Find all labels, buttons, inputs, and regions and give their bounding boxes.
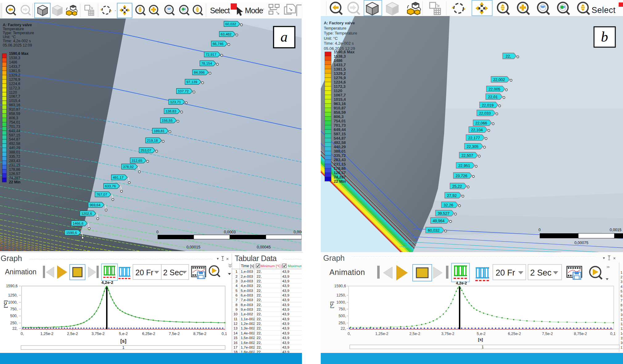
svg-text:312,65: 312,65	[131, 159, 142, 162]
svg-text:910,87: 910,87	[9, 107, 20, 112]
svg-text:3,75e-2: 3,75e-2	[92, 332, 105, 336]
svg-text:11: 11	[621, 317, 623, 321]
svg-text:1,2e-002: 1,2e-002	[241, 321, 255, 326]
svg-text:13: 13	[621, 327, 623, 330]
svg-text:1,25e-2: 1,25e-2	[40, 332, 53, 336]
svg-text:910,87: 910,87	[334, 106, 346, 110]
svg-text:22,177: 22,177	[468, 136, 480, 140]
svg-text:1250,: 1250,	[8, 293, 18, 297]
svg-text:189,81: 189,81	[154, 129, 164, 133]
svg-text:Mode: Mode	[245, 6, 263, 15]
svg-text:5: 5	[621, 289, 622, 293]
svg-text:1486: 1486	[334, 58, 342, 63]
svg-text:544,87: 544,87	[334, 136, 346, 141]
svg-text:66,746: 66,746	[212, 42, 223, 46]
svg-text:60,032: 60,032	[428, 228, 439, 233]
svg-text:1172,3: 1172,3	[9, 86, 20, 90]
svg-text:1,1e-002: 1,1e-002	[241, 317, 255, 321]
svg-text:3: 3	[621, 280, 622, 284]
svg-text:-: -	[115, 8, 116, 13]
svg-text:491,17: 491,17	[113, 176, 123, 179]
svg-text:[s]: [s]	[478, 337, 483, 342]
svg-text:858,59: 858,59	[9, 112, 20, 116]
svg-text:23,726: 23,726	[456, 174, 467, 178]
svg-text:1433,7: 1433,7	[334, 63, 346, 67]
svg-text:4,2e-2: 4,2e-2	[456, 281, 467, 285]
svg-text:500,: 500,	[10, 314, 18, 318]
svg-text:22,: 22,	[257, 303, 262, 307]
svg-text:20 Fr: 20 Fr	[496, 268, 515, 277]
svg-text:1538,3: 1538,3	[334, 54, 346, 59]
svg-text:Time [s]: Time [s]	[241, 264, 254, 268]
svg-text:1120: 1120	[334, 88, 342, 93]
svg-text:5,e-2: 5,e-2	[477, 332, 486, 336]
svg-text:6,25e-2: 6,25e-2	[508, 332, 521, 336]
svg-text:05.06.2025 12:09: 05.06.2025 12:09	[3, 43, 32, 47]
svg-text:0,1: 0,1	[610, 332, 616, 336]
svg-text:6: 6	[621, 294, 622, 298]
svg-text:22,: 22,	[257, 288, 262, 293]
svg-text:544,87: 544,87	[9, 137, 20, 141]
svg-text:a: a	[281, 29, 288, 45]
svg-text:22,: 22,	[257, 269, 262, 274]
svg-text:22,005: 22,005	[489, 87, 500, 92]
svg-text:[°C]: [°C]	[330, 302, 334, 308]
svg-text:43,9: 43,9	[282, 331, 289, 335]
svg-text:107,72: 107,72	[178, 89, 188, 93]
svg-text:335,72: 335,72	[9, 154, 20, 159]
svg-text:Graph: Graph	[323, 254, 345, 262]
svg-text:2: 2	[621, 275, 622, 279]
svg-text:1224,6: 1224,6	[9, 82, 20, 86]
svg-text:754,01: 754,01	[334, 119, 346, 123]
svg-text:250,: 250,	[339, 321, 346, 325]
svg-text:2 Sec: 2 Sec	[163, 268, 183, 277]
svg-text:806,3: 806,3	[334, 114, 344, 119]
svg-text:156,55: 156,55	[162, 119, 172, 122]
svg-text:1172,3: 1172,3	[334, 84, 345, 89]
svg-text:74,287: 74,287	[9, 176, 20, 180]
svg-text:Graph: Graph	[1, 254, 22, 263]
svg-text:11: 11	[234, 317, 237, 321]
svg-text:6: 6	[235, 293, 237, 297]
svg-text:1,25e-2: 1,25e-2	[375, 332, 388, 336]
svg-text:22,01: 22,01	[488, 95, 497, 99]
svg-text:78,154: 78,154	[201, 62, 212, 65]
svg-text:597,15: 597,15	[334, 132, 346, 136]
svg-text:1381,5: 1381,5	[334, 67, 346, 72]
svg-text:0,00015: 0,00015	[186, 245, 200, 249]
svg-text:4: 4	[621, 285, 622, 288]
svg-text:22,: 22,	[257, 307, 262, 312]
svg-text:22,: 22,	[257, 326, 262, 330]
svg-text:8,75e-2: 8,75e-2	[574, 332, 587, 336]
svg-text:1,5e-002: 1,5e-002	[241, 336, 255, 340]
svg-text:126,57: 126,57	[334, 170, 346, 175]
svg-text:750,: 750,	[339, 307, 346, 311]
svg-text:27,92: 27,92	[447, 194, 456, 198]
svg-text:Temperature: Temperature	[3, 27, 24, 31]
svg-text:2,5e-2: 2,5e-2	[67, 332, 78, 336]
svg-text:0: 0	[156, 230, 159, 234]
svg-text:178,86: 178,86	[334, 166, 346, 171]
svg-text:701,73: 701,73	[9, 125, 20, 129]
svg-text:A: Factory valve: A: Factory valve	[3, 23, 32, 27]
svg-text:22,: 22,	[257, 345, 262, 350]
svg-text:3: 3	[235, 279, 237, 283]
svg-text:4,e-003: 4,e-003	[241, 284, 253, 288]
svg-text:39,527: 39,527	[438, 211, 449, 216]
svg-text:963,16: 963,16	[9, 103, 20, 107]
svg-text:14: 14	[621, 332, 623, 335]
svg-text:283,43: 283,43	[9, 159, 20, 163]
svg-text:22,: 22,	[257, 279, 262, 283]
svg-text:22,: 22,	[257, 298, 262, 302]
svg-text:84,996: 84,996	[194, 71, 204, 74]
svg-text:Unit: °C: Unit: °C	[3, 35, 16, 39]
svg-text:969,64: 969,64	[89, 203, 101, 207]
svg-text:8,e-003: 8,e-003	[241, 303, 253, 307]
svg-text:1538,3: 1538,3	[9, 56, 20, 60]
svg-text:126,57: 126,57	[9, 172, 20, 176]
svg-text:Minimum [°C]: Minimum [°C]	[261, 264, 282, 268]
svg-text:22,: 22,	[257, 284, 262, 288]
svg-text:43,9: 43,9	[282, 341, 289, 345]
svg-text:22,: 22,	[257, 331, 262, 335]
svg-text:13: 13	[233, 326, 238, 330]
